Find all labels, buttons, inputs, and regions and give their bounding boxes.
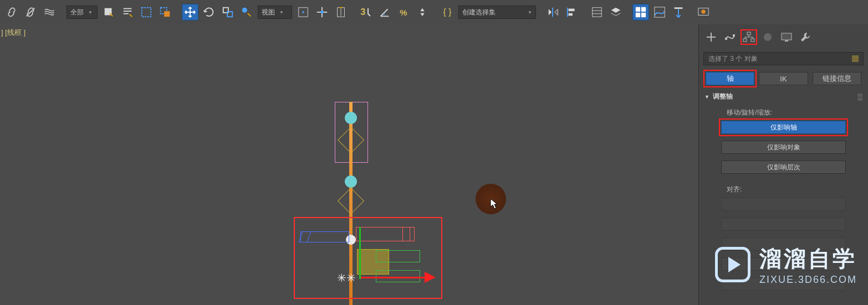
bone-wire xyxy=(376,270,420,282)
svg-rect-25 xyxy=(636,13,640,17)
gizmo-x-arrow xyxy=(425,272,436,283)
rotate-icon[interactable] xyxy=(201,4,217,20)
percent-snap-icon[interactable]: % xyxy=(395,4,412,20)
toggle-ribbon-icon[interactable] xyxy=(607,4,624,20)
curve-editor-icon[interactable] xyxy=(632,4,649,20)
svg-rect-37 xyxy=(751,39,754,42)
svg-rect-18 xyxy=(569,9,575,12)
link-info-button[interactable]: 链接信息 xyxy=(813,72,861,85)
window-crossing-icon[interactable] xyxy=(157,4,173,20)
separator xyxy=(583,4,586,20)
separator xyxy=(60,4,63,20)
angle-snap-icon[interactable] xyxy=(376,4,393,20)
align-label: 对齐: xyxy=(699,185,868,194)
material-editor-icon[interactable] xyxy=(670,4,687,20)
command-panel-tabs xyxy=(699,24,868,50)
named-selection-set-dropdown[interactable]: 创建选择集 ▼ xyxy=(458,6,536,19)
svg-point-10 xyxy=(242,8,247,13)
bone-diamond xyxy=(338,188,364,214)
unlink-icon[interactable] xyxy=(22,4,39,20)
svg-point-30 xyxy=(701,9,705,13)
reference-coord-dropdown[interactable]: 视图 ▼ xyxy=(258,6,292,19)
command-panel: 选择了 3 个 对象 轴 IK 链接信息 ▼ 调整轴 ▒ 移动/旋转/缩放: 仅… xyxy=(698,24,868,305)
align-button-disabled xyxy=(721,218,846,231)
move-rotate-scale-label: 移动/旋转/缩放: xyxy=(699,108,868,117)
spinner-snap-icon[interactable] xyxy=(414,4,431,20)
svg-rect-34 xyxy=(733,34,735,37)
selection-filter-dropdown[interactable]: 全部 ▼ xyxy=(67,6,98,19)
selection-info-field[interactable]: 选择了 3 个 对象 xyxy=(703,52,864,65)
bone-joint xyxy=(345,175,357,188)
layer-explorer-icon[interactable] xyxy=(589,4,605,20)
motion-tab-icon[interactable] xyxy=(760,30,775,44)
separator xyxy=(627,4,630,20)
svg-rect-43 xyxy=(782,33,792,40)
display-tab-icon[interactable] xyxy=(779,30,794,44)
affect-pivot-only-button[interactable]: 仅影响轴 xyxy=(721,121,846,134)
select-by-name-icon[interactable] xyxy=(119,4,136,20)
gizmo-y-axis xyxy=(359,227,361,279)
link-icon[interactable] xyxy=(3,4,20,20)
hierarchy-category-row: 轴 IK 链接信息 xyxy=(699,68,868,90)
svg-point-15 xyxy=(320,11,324,14)
align-icon[interactable] xyxy=(564,4,580,20)
reference-coord-label: 视图 xyxy=(262,8,275,17)
render-setup-icon[interactable] xyxy=(695,4,712,20)
separator xyxy=(539,4,542,20)
adjust-pivot-rollout-header[interactable]: ▼ 调整轴 ▒ xyxy=(699,90,868,104)
ik-button-label: IK xyxy=(780,75,787,83)
utilities-tab-icon[interactable] xyxy=(798,30,813,44)
ik-button[interactable]: IK xyxy=(759,72,808,85)
chevron-down-icon: ▼ xyxy=(279,10,284,15)
rectangular-selection-icon[interactable] xyxy=(138,4,155,20)
select-object-icon[interactable] xyxy=(100,4,117,20)
affect-hierarchy-only-button[interactable]: 仅影响层次 xyxy=(721,161,846,174)
viewport-label: ] [线框 ] xyxy=(1,28,25,38)
svg-rect-33 xyxy=(725,38,727,40)
svg-point-42 xyxy=(764,33,772,41)
use-center-icon[interactable] xyxy=(314,4,330,20)
bind-space-warp-icon[interactable] xyxy=(41,4,58,20)
chevron-down-icon: ▼ xyxy=(528,10,532,15)
svg-rect-7 xyxy=(164,11,170,17)
cursor-highlight xyxy=(476,184,506,214)
svg-rect-36 xyxy=(743,39,747,42)
separator xyxy=(352,4,355,20)
modify-tab-icon[interactable] xyxy=(722,30,738,44)
viewport[interactable]: ] [线框 ] ✳✳ xyxy=(0,24,698,305)
svg-rect-35 xyxy=(747,32,750,35)
bone-wire xyxy=(402,227,415,241)
svg-point-12 xyxy=(302,11,304,13)
svg-rect-26 xyxy=(641,13,646,17)
link-info-button-label: 链接信息 xyxy=(823,74,851,84)
snap-3-icon[interactable]: 3 xyxy=(358,4,374,20)
drag-handle-icon: ▒ xyxy=(857,93,862,101)
hierarchy-tab-icon[interactable] xyxy=(741,30,757,44)
pivot-button[interactable]: 轴 xyxy=(706,72,754,85)
placement-icon[interactable] xyxy=(238,4,255,20)
move-icon[interactable] xyxy=(182,4,198,20)
named-set-label: 创建选择集 xyxy=(462,8,496,17)
separator xyxy=(433,4,436,20)
use-pivot-icon[interactable] xyxy=(295,4,312,20)
adjust-pivot-title: 调整轴 xyxy=(713,92,733,101)
svg-rect-23 xyxy=(636,7,640,12)
align-button-disabled xyxy=(721,237,846,251)
chevron-down-icon: ▼ xyxy=(88,10,93,15)
create-tab-icon[interactable] xyxy=(703,30,719,44)
separator xyxy=(690,4,692,20)
align-button-disabled xyxy=(721,277,846,291)
scene-content: ✳✳ xyxy=(294,102,466,305)
mirror-icon[interactable] xyxy=(545,4,561,20)
effector-icon: ✳✳ xyxy=(337,271,356,285)
scale-icon[interactable] xyxy=(219,4,236,20)
bone-wire xyxy=(376,250,420,262)
manipulate-icon[interactable] xyxy=(333,4,349,20)
align-button-disabled xyxy=(721,198,846,211)
affect-object-only-button[interactable]: 仅影响对象 xyxy=(721,141,846,154)
separator xyxy=(176,4,179,20)
schematic-view-icon[interactable] xyxy=(651,4,668,20)
color-swatch[interactable] xyxy=(852,55,859,62)
align-button-disabled xyxy=(721,257,846,271)
edit-named-sets-icon[interactable]: { } xyxy=(439,4,456,20)
